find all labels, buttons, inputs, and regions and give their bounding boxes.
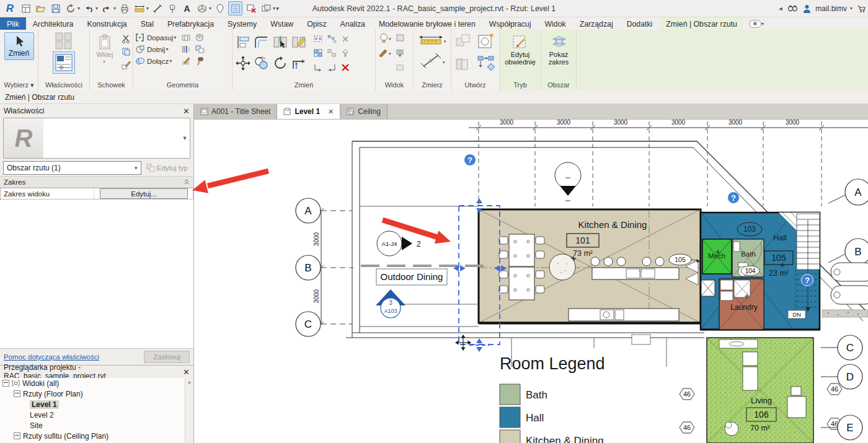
tab-wstaw[interactable]: Wstaw xyxy=(264,17,300,30)
trim-extend-icon[interactable] xyxy=(290,55,308,72)
rotate-icon[interactable] xyxy=(272,55,289,72)
file-manager-icon[interactable] xyxy=(19,2,32,15)
properties-help-link[interactable]: Pomoc dotycząca właściwości xyxy=(4,353,99,361)
revit-logo-icon[interactable]: R xyxy=(2,2,17,15)
thin-lines-icon[interactable] xyxy=(228,1,242,15)
tab-analiza[interactable]: Analiza xyxy=(334,17,372,30)
apply-button[interactable]: Zastosuj xyxy=(144,351,190,363)
tab-stal[interactable]: Stal xyxy=(134,17,161,30)
create-assembly-icon[interactable] xyxy=(476,55,496,76)
join-geometry-button[interactable]: Dołącz▾ xyxy=(135,55,176,67)
close-icon[interactable]: ✕ xyxy=(183,107,190,116)
split-face-icon[interactable] xyxy=(313,33,324,44)
section-zakres[interactable]: Zakres xyxy=(0,176,193,188)
panel-label-zmien[interactable]: Zmień xyxy=(232,81,375,90)
browser-scrollbar[interactable]: ▲ xyxy=(185,378,193,443)
tree-item-floor-plans[interactable]: Rzuty (Floor Plan) xyxy=(0,388,193,399)
tab-dodatki[interactable]: Dodatki xyxy=(620,17,660,30)
view-tab-title-sheet[interactable]: A001 - Title Sheet xyxy=(194,104,277,119)
panel-label-schowek[interactable]: Schowek xyxy=(90,81,133,90)
scale-icon[interactable] xyxy=(313,62,324,72)
sync-dropdown-icon[interactable]: ▾ xyxy=(78,6,80,11)
app-store-icon[interactable] xyxy=(857,4,866,13)
3d-dropdown-icon[interactable]: ▾ xyxy=(209,6,211,11)
panel-label-geometria[interactable]: Geometria xyxy=(133,81,232,90)
ribbon-cycle-icon[interactable]: ▣ xyxy=(749,20,761,28)
tree-item-ceiling-plans[interactable]: Rzuty sufitu (Ceiling Plan) xyxy=(0,431,193,441)
close-icon[interactable]: ✕ xyxy=(183,367,190,377)
tree-item-level-1[interactable]: Level 1 xyxy=(0,399,193,410)
chevron-down-icon[interactable]: ▼ xyxy=(180,118,190,158)
panel-label-obszar[interactable]: Obszar xyxy=(541,81,576,90)
chevron-down-icon[interactable]: ▾ xyxy=(135,165,138,171)
create-parts-icon[interactable] xyxy=(454,56,473,74)
create-group-icon[interactable] xyxy=(454,32,473,53)
reveal-hidden-icon[interactable]: ▾ xyxy=(378,32,392,46)
measure-dropdown-icon[interactable]: ▾ xyxy=(146,6,149,11)
mirror-pick-axis-icon[interactable] xyxy=(313,48,324,58)
view-range-edit-button[interactable]: Edytuj... xyxy=(100,188,188,199)
aligned-dimension-icon[interactable] xyxy=(151,2,164,15)
tab-konstrukcja[interactable]: Konstrukcja xyxy=(80,17,133,30)
modify-tool-button[interactable]: Zmień xyxy=(4,32,34,60)
scroll-up-icon[interactable]: ▲ xyxy=(185,378,193,386)
tree-item-views[interactable]: Widoki (all) xyxy=(0,378,193,388)
panel-label-utworz[interactable]: Utwórz xyxy=(451,81,499,90)
paste-button[interactable]: Wklej ▾ xyxy=(94,32,116,80)
tab-prefabrykacja[interactable]: Prefabrykacja xyxy=(161,17,221,30)
wall-layers-icon[interactable] xyxy=(181,44,192,55)
linework-icon[interactable] xyxy=(181,56,192,66)
pin-icon[interactable] xyxy=(340,48,351,58)
collapse-node-icon[interactable] xyxy=(2,380,9,387)
type-properties-icon[interactable] xyxy=(52,32,76,50)
cut-geometry-button[interactable]: Dotnij▾ xyxy=(135,43,176,55)
copy-to-clipboard-icon[interactable] xyxy=(121,46,131,57)
legend-component-icon[interactable] xyxy=(476,32,496,54)
tree-item-site[interactable]: Site xyxy=(0,420,193,431)
copy-monitor-icon[interactable]: ▾ xyxy=(195,44,205,55)
measure-icon[interactable] xyxy=(133,2,146,15)
undo-dropdown-icon[interactable]: ▾ xyxy=(95,6,98,11)
tab-modelowanie[interactable]: Modelowanie bryłowe i teren xyxy=(372,17,482,30)
wall-opening-icon[interactable] xyxy=(181,32,192,43)
open-icon[interactable] xyxy=(34,2,47,15)
redo-dropdown-icon[interactable]: ▾ xyxy=(113,6,116,11)
move-icon[interactable] xyxy=(234,55,252,72)
tab-systemy[interactable]: Systemy xyxy=(221,17,264,30)
instance-selector[interactable]: Obszar rzutu (1) ▾ xyxy=(3,161,141,175)
delete-icon[interactable] xyxy=(340,62,351,72)
show-crop-region-button[interactable]: Pokażzakres xyxy=(543,32,574,68)
default-3d-view-icon[interactable] xyxy=(195,2,208,15)
tab-plik[interactable]: Plik xyxy=(0,17,26,30)
project-browser-header[interactable]: Przeglądarka projektu - RAC_basic_sample… xyxy=(0,366,193,378)
cope-button[interactable]: Dopasuj▾ xyxy=(135,32,176,43)
tab-architektura[interactable]: Architektura xyxy=(26,17,81,30)
tab-opisz[interactable]: Opisz xyxy=(300,17,333,30)
tab-contextual-modify-plan-region[interactable]: Zmień | Obszar rzutu xyxy=(659,17,744,30)
search-icon[interactable] xyxy=(787,4,799,13)
collapse-node-icon[interactable] xyxy=(14,432,20,439)
mirror-draw-axis-icon[interactable] xyxy=(327,48,337,58)
collapse-infocenter-icon[interactable]: ◄ xyxy=(777,6,783,12)
properties-palette-icon[interactable] xyxy=(53,51,75,74)
account-icon[interactable] xyxy=(803,4,811,13)
copy-icon[interactable] xyxy=(253,55,270,72)
plan-region-grip-bottom[interactable] xyxy=(469,338,489,352)
view-tab-level-1[interactable]: Level 1 ✕ xyxy=(277,104,340,119)
undo-icon[interactable] xyxy=(82,2,95,15)
array-icon[interactable] xyxy=(327,33,337,44)
switch-windows-icon[interactable] xyxy=(259,2,272,15)
demolish-hammer-icon[interactable] xyxy=(195,56,205,66)
panel-label-wlasciwosci[interactable]: Właściwości xyxy=(38,81,89,90)
type-selector[interactable]: R ▼ xyxy=(3,118,190,159)
tree-item-level-2[interactable]: Level 2 xyxy=(0,410,193,420)
match-type-properties-icon[interactable] xyxy=(121,59,131,70)
displace-elements-icon[interactable] xyxy=(396,63,405,74)
ribbon-display-options[interactable]: ▣▾ xyxy=(744,17,769,30)
tag-by-category-icon[interactable]: 1 xyxy=(166,2,179,15)
print-icon[interactable] xyxy=(118,2,131,15)
redo-icon[interactable] xyxy=(100,2,113,15)
delete-inactive-icon[interactable] xyxy=(340,33,351,44)
edit-boundary-button[interactable]: Edytujobwiednię xyxy=(502,32,538,68)
split-element-icon[interactable] xyxy=(272,33,289,51)
